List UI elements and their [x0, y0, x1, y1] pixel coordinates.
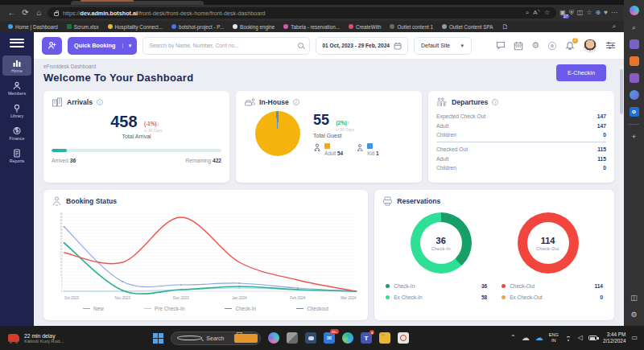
chevron-down-icon[interactable]: ▼ — [122, 43, 138, 48]
collections-icon[interactable]: ⊕ — [596, 10, 601, 16]
favorite-star-icon[interactable]: ☆ — [544, 10, 550, 16]
svg-text:Jan 2024: Jan 2024 — [232, 296, 247, 300]
taskbar-center: Search ✉39+ T3 — [153, 331, 409, 345]
sidebar-item-members[interactable]: Members — [2, 78, 31, 98]
user-avatar[interactable] — [583, 39, 597, 53]
scrollbar-thumb[interactable] — [620, 69, 623, 114]
language-indicator[interactable]: ENGIN — [549, 332, 559, 344]
copilot-taskbar-icon[interactable] — [268, 332, 279, 344]
people-app-icon[interactable] — [630, 73, 639, 83]
sidebar-item-finance[interactable]: Finance — [2, 123, 31, 143]
mail-icon[interactable]: ✉39+ — [324, 332, 335, 344]
bookmarks-search-icon[interactable]: ⌕ — [613, 23, 616, 31]
info-icon[interactable]: i — [97, 99, 103, 105]
read-aloud-icon[interactable]: Aᐠ — [533, 10, 540, 16]
add-sidebar-item-icon[interactable]: + — [630, 132, 639, 142]
onedrive-cloud-icon[interactable]: ☁ — [522, 334, 530, 342]
legend-item[interactable]: Check-In — [225, 306, 256, 311]
site-select[interactable]: Default Site ▼ — [414, 37, 472, 55]
outlook-icon[interactable]: o — [630, 107, 639, 117]
filter-sliders-icon[interactable] — [605, 41, 616, 50]
guest-search-box[interactable] — [142, 37, 310, 55]
back-icon[interactable]: ← — [6, 9, 17, 17]
sidebar-panel-icon[interactable]: ◫ — [630, 293, 639, 303]
svg-text:42: 42 — [60, 222, 63, 225]
task-view-icon[interactable] — [287, 332, 298, 344]
bookmark[interactable]: CreateWith — [349, 24, 382, 30]
legend-item[interactable]: Check-In36 — [386, 283, 487, 289]
menu-hamburger-icon[interactable] — [10, 36, 24, 49]
battery-icon[interactable] — [588, 336, 597, 340]
notifications-bell-icon[interactable]: 2 — [565, 41, 575, 51]
legend-item[interactable]: New — [83, 306, 104, 311]
refresh-icon[interactable]: ⟳ — [20, 9, 31, 17]
sidebar-item-reports[interactable]: Reports — [2, 146, 31, 166]
volume-icon[interactable]: ◁ — [578, 335, 583, 341]
bookmark[interactable]: Scrum.xlsx — [67, 24, 99, 30]
more-menu-icon[interactable]: ⋯ — [611, 10, 617, 16]
legend-item[interactable]: Check-Out114 — [502, 283, 603, 289]
bookmark[interactable]: Outlet Content SPA — [442, 24, 493, 30]
favorites-icon[interactable]: ☆ — [586, 10, 592, 16]
bookmark[interactable]: Hospitality Connect... — [108, 24, 163, 30]
start-button[interactable] — [153, 333, 163, 344]
legend-item[interactable]: Ex Check-In58 — [386, 294, 487, 300]
bookmark[interactable]: Tabela - reservation... — [283, 24, 340, 30]
edge-browser-icon[interactable] — [342, 332, 353, 344]
drop-icon[interactable] — [630, 39, 639, 49]
quick-booking-button[interactable]: Quick Booking ▼ — [68, 37, 137, 55]
legend-item[interactable]: Pre Check-In — [144, 306, 184, 311]
legend-item[interactable]: Ex Check-Out0 — [502, 294, 603, 300]
taskbar-search[interactable]: Search — [171, 331, 261, 345]
cloud-sync-icon[interactable]: ☁ — [535, 334, 543, 342]
sidebar-settings-gear-icon[interactable]: ⚙ — [630, 310, 639, 319]
date-range-picker[interactable]: 01 Oct, 2023 - 29 Feb, 2024 — [316, 37, 408, 55]
taskbar-clock[interactable]: 3:44 PM2/12/2024 — [603, 331, 625, 345]
booking-status-card: Booking Status 0246810121416182022242628… — [43, 190, 368, 320]
edge-sidebar: ⌕ o + ◫ ⚙ — [624, 0, 644, 326]
zoom-icon[interactable]: ⌕ — [526, 10, 529, 16]
address-bar[interactable]: https://dev.admin.botshot.ai/front-desk/… — [47, 7, 556, 19]
chat-icon[interactable] — [496, 41, 506, 50]
legend-item[interactable]: Checkout — [296, 306, 328, 311]
notification-center-icon[interactable]: ▭ — [631, 335, 638, 341]
svg-text:24: 24 — [60, 251, 63, 254]
info-icon[interactable]: i — [293, 99, 299, 105]
night-audit-icon[interactable] — [547, 41, 557, 51]
wifi-icon[interactable] — [564, 335, 572, 341]
quick-booking-icon-button[interactable] — [42, 37, 62, 55]
delta-note: in 90 Days — [336, 128, 354, 132]
pgadmin-icon[interactable] — [305, 332, 316, 344]
guest-search-input[interactable] — [149, 43, 294, 48]
page-scrollbar[interactable] — [619, 64, 623, 325]
snipping-tool-icon[interactable] — [398, 332, 409, 344]
teams-icon[interactable]: T3 — [361, 332, 372, 344]
designer-icon[interactable] — [630, 90, 639, 100]
url-text[interactable]: https://dev.admin.botshot.ai/front-desk/… — [63, 10, 522, 17]
sidebar-item-library[interactable]: Library — [2, 101, 31, 121]
extensions-icon[interactable]: ▣17 — [559, 10, 566, 16]
file-explorer-icon[interactable] — [379, 332, 390, 344]
shield-icon[interactable]: ⛨ — [569, 10, 574, 16]
bookmark[interactable]: Home | Dashboard — [8, 24, 58, 30]
sidebar-item-home[interactable]: Home — [2, 56, 31, 76]
bookmark[interactable]: Booking engine — [233, 24, 275, 30]
calendar-icon[interactable] — [514, 41, 523, 51]
echeckin-button[interactable]: E-Checkin — [556, 64, 606, 81]
browser-essentials-icon[interactable]: ♥ — [604, 10, 608, 16]
split-screen-icon[interactable]: ◫ — [577, 10, 584, 16]
svg-text:14: 14 — [60, 267, 63, 270]
tray-chevron-up-icon[interactable]: ⌃ — [510, 335, 516, 341]
bookmark[interactable]: Outlet content 1 — [390, 24, 432, 30]
copilot-icon[interactable] — [630, 6, 639, 15]
sidebar-search-icon[interactable]: ⌕ — [630, 23, 639, 32]
bookmark[interactable]: botshot-project - P... — [171, 24, 224, 30]
info-icon[interactable]: i — [492, 99, 498, 105]
browser-home-icon[interactable]: ⌂ — [34, 9, 44, 17]
settings-gear-icon[interactable]: ⚙ — [531, 41, 539, 50]
new-page-icon[interactable]: 🗋 — [502, 23, 508, 31]
svg-text:6: 6 — [61, 280, 63, 283]
taskbar-widget[interactable]: 22 min delay Kālindi Kunj Rod... — [0, 333, 153, 344]
arrived-stat: Arrived 36 — [52, 158, 76, 163]
m365-icon[interactable] — [630, 56, 639, 66]
